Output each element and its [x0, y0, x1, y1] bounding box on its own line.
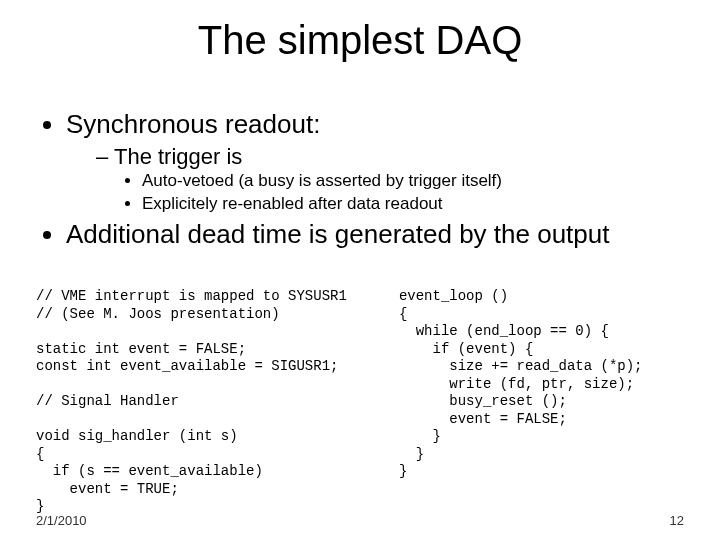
bullet-level3: Auto-vetoed (a busy is asserted by trigg…: [142, 171, 684, 191]
slide: The simplest DAQ Synchronous readout: Th…: [0, 0, 720, 540]
footer-date: 2/1/2010: [36, 513, 87, 528]
footer-page-number: 12: [670, 513, 684, 528]
slide-body: Synchronous readout: The trigger is Auto…: [36, 110, 684, 256]
bullet-level1: Synchronous readout: The trigger is Auto…: [66, 110, 684, 214]
bullet-level2: The trigger is Auto-vetoed (a busy is as…: [96, 144, 684, 214]
bullet-level1: Additional dead time is generated by the…: [66, 220, 684, 250]
bullet-list-level3: Auto-vetoed (a busy is asserted by trigg…: [96, 171, 684, 214]
bullet-list-level2: The trigger is Auto-vetoed (a busy is as…: [66, 144, 684, 214]
bullet-text: The trigger is: [114, 144, 242, 169]
code-columns: // VME interrupt is mapped to SYSUSR1 //…: [36, 288, 684, 516]
code-block-left: // VME interrupt is mapped to SYSUSR1 //…: [36, 288, 399, 516]
bullet-list: Synchronous readout: The trigger is Auto…: [36, 110, 684, 250]
bullet-text: Synchronous readout:: [66, 109, 320, 139]
code-block-right: event_loop () { while (end_loop == 0) { …: [399, 288, 684, 516]
bullet-level3: Explicitely re-enabled after data readou…: [142, 194, 684, 214]
slide-title: The simplest DAQ: [0, 18, 720, 63]
